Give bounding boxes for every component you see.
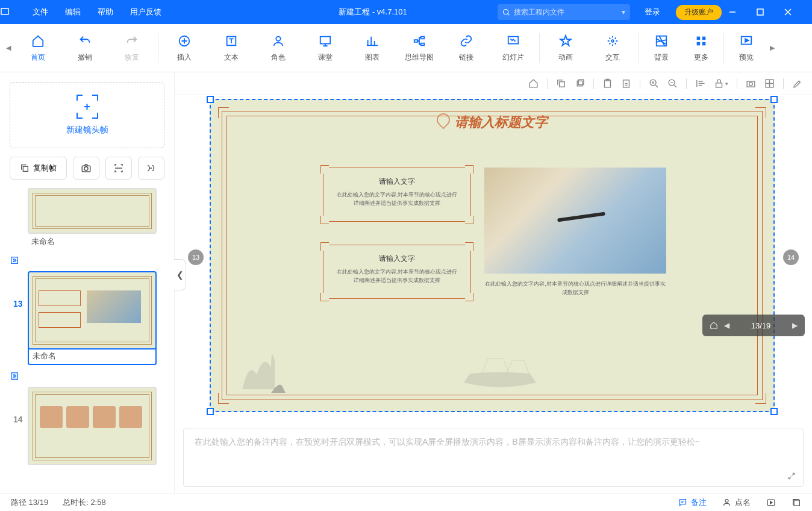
svg-point-20	[84, 167, 88, 171]
selection-handle[interactable]	[770, 408, 778, 415]
canvas-toolbar: ▾	[175, 72, 812, 95]
mp-next-icon[interactable]: ▶	[792, 321, 798, 330]
menu-help[interactable]: 帮助	[89, 7, 122, 17]
tb-background[interactable]: 背景	[642, 30, 681, 66]
slide-image[interactable]	[484, 168, 666, 274]
thumbnail-14-index: 14	[13, 415, 23, 424]
text-box-1-title: 请输入文字	[336, 177, 458, 187]
thumbnail-prev[interactable]: 未命名	[10, 188, 164, 249]
transition-icon[interactable]	[10, 369, 164, 387]
menu-feedback[interactable]: 用户反馈	[122, 7, 170, 17]
slide-title[interactable]: 请输入标题文字	[211, 113, 773, 131]
ct-home-icon[interactable]	[528, 78, 539, 89]
selection-handle[interactable]	[770, 96, 778, 103]
ct-zoom-out-icon[interactable]	[667, 78, 678, 89]
thumbnail-prev-image[interactable]	[28, 188, 157, 234]
thumbnail-sidebar[interactable]: + 新建镜头帧 复制帧 未命名 13 未命	[0, 72, 175, 493]
collapse-sidebar-button[interactable]: ❮	[174, 259, 186, 290]
ct-zoom-in-icon[interactable]	[649, 78, 659, 89]
close-button[interactable]	[784, 8, 812, 16]
tb-animation[interactable]: 动画	[542, 30, 589, 66]
status-notes-button[interactable]: 备注	[678, 497, 707, 508]
grid-icon	[693, 33, 709, 49]
camera-button[interactable]	[73, 157, 99, 180]
svg-rect-6	[320, 37, 331, 44]
tb-redo: 恢复	[108, 30, 155, 66]
status-play-button[interactable]	[766, 498, 776, 507]
tb-undo[interactable]: 撤销	[61, 30, 108, 66]
ct-camera-icon[interactable]	[746, 78, 756, 89]
thumbnail-13[interactable]: 13 未命名	[10, 271, 164, 365]
notes-expand-icon[interactable]	[787, 472, 796, 480]
maximize-button[interactable]	[757, 8, 784, 16]
tb-chart[interactable]: 图表	[349, 30, 396, 66]
tb-interact[interactable]: 交互	[589, 30, 636, 66]
ct-paste-icon[interactable]	[602, 78, 613, 89]
mp-home-icon[interactable]	[710, 321, 718, 330]
toolbar-scroll-left[interactable]: ◀	[2, 27, 14, 69]
tb-chart-label: 图表	[365, 52, 379, 63]
decorative-mountain	[235, 324, 307, 397]
nav-prev-badge[interactable]: 13	[188, 249, 204, 265]
editor-main: ▾ 请输入标题文字 请输入文字 在此处输入您的文字内容,对本章节的	[175, 72, 812, 493]
ct-edit-icon[interactable]	[792, 78, 802, 89]
search-dropdown-icon[interactable]: ▾	[622, 8, 625, 16]
svg-rect-31	[716, 83, 722, 87]
text-box-2-title: 请输入文字	[336, 254, 458, 264]
tb-more[interactable]: 更多	[681, 30, 721, 66]
tb-preview[interactable]: 预览	[726, 30, 766, 66]
tb-class[interactable]: 课堂	[302, 30, 349, 66]
background-icon	[654, 33, 669, 49]
tb-slide[interactable]: 幻灯片	[490, 30, 537, 66]
nav-next-badge[interactable]: 14	[783, 249, 799, 265]
upgrade-button[interactable]: 升级账户	[676, 5, 722, 20]
thumbnail-13-image[interactable]	[28, 271, 157, 350]
toolbar-scroll-right[interactable]: ▶	[766, 27, 778, 69]
ct-copy2-icon[interactable]	[575, 78, 585, 89]
ct-lock-icon[interactable]: ▾	[714, 78, 728, 89]
ct-copy-icon[interactable]	[556, 78, 566, 89]
slide-canvas[interactable]: 请输入标题文字 请输入文字 在此处输入您的文字内容,对本章节的核心观点进行详细阐…	[210, 99, 775, 412]
ct-paste2-icon[interactable]	[621, 78, 631, 89]
thumbnail-13-label[interactable]: 未命名	[28, 348, 157, 365]
title-bar: 文件 编辑 帮助 用户反馈 新建工程 - v4.7.101 搜索工程内文件 ▾ …	[0, 0, 812, 24]
search-input[interactable]: 搜索工程内文件 ▾	[498, 4, 630, 20]
svg-rect-14	[702, 37, 706, 40]
copy-frame-button[interactable]: 复制帧	[10, 157, 67, 180]
ct-grid-icon[interactable]	[764, 78, 775, 89]
svg-point-1	[504, 9, 508, 14]
tb-mindmap[interactable]: 思维导图	[396, 30, 443, 66]
new-frame-button[interactable]: + 新建镜头帧	[10, 82, 164, 148]
scan-button[interactable]	[105, 157, 132, 180]
tb-role[interactable]: 角色	[255, 30, 302, 66]
tb-home[interactable]: 首页	[14, 30, 61, 66]
path-button[interactable]	[138, 157, 164, 180]
svg-rect-7	[414, 40, 418, 42]
thumbnail-14-image[interactable]	[28, 387, 157, 465]
login-button[interactable]: 登录	[636, 7, 669, 17]
canvas-area[interactable]: 请输入标题文字 请输入文字 在此处输入您的文字内容,对本章节的核心观点进行详细阐…	[175, 95, 812, 422]
main-toolbar: ◀ 首页 撤销 恢复 插入 文本 角色 课堂 图表 思维导图 链接 幻灯片 动画…	[0, 24, 812, 72]
status-roll-button[interactable]: 点名	[722, 497, 751, 508]
text-box-2[interactable]: 请输入文字 在此处输入您的文字内容,对本章节的核心观点进行详细阐述并适当提供事实…	[323, 245, 471, 299]
transition-icon[interactable]	[10, 253, 164, 271]
new-frame-icon: +	[69, 95, 105, 119]
svg-rect-25	[578, 80, 584, 85]
tb-link[interactable]: 链接	[443, 30, 490, 66]
thumbnail-14[interactable]: 14	[10, 387, 164, 465]
mp-prev-icon[interactable]: ◀	[724, 321, 729, 330]
svg-rect-10	[508, 37, 519, 44]
tb-preview-label: 预览	[739, 52, 754, 63]
notes-panel[interactable]: 在此处输入您的备注内容，在预览时开启双屏模式，可以实现A屏全屏播放演示内容，B屏…	[183, 428, 804, 487]
tb-text[interactable]: 文本	[208, 30, 255, 66]
slide-image-caption[interactable]: 在此处输入您的文字内容,对本章节的核心观点进行详细阐述并适当提供事实成数据支撑	[484, 280, 666, 297]
ct-align-icon[interactable]	[695, 78, 705, 89]
selection-handle[interactable]	[207, 96, 214, 103]
text-box-1[interactable]: 请输入文字 在此处输入您的文字内容,对本章节的核心观点进行详细阐述并适当提供事实…	[323, 168, 471, 222]
menu-file[interactable]: 文件	[24, 7, 57, 17]
status-layers-button[interactable]	[792, 498, 801, 507]
tb-insert[interactable]: 插入	[161, 30, 208, 66]
menu-edit[interactable]: 编辑	[57, 7, 89, 17]
selection-handle[interactable]	[207, 408, 214, 415]
minimize-button[interactable]	[729, 8, 757, 16]
